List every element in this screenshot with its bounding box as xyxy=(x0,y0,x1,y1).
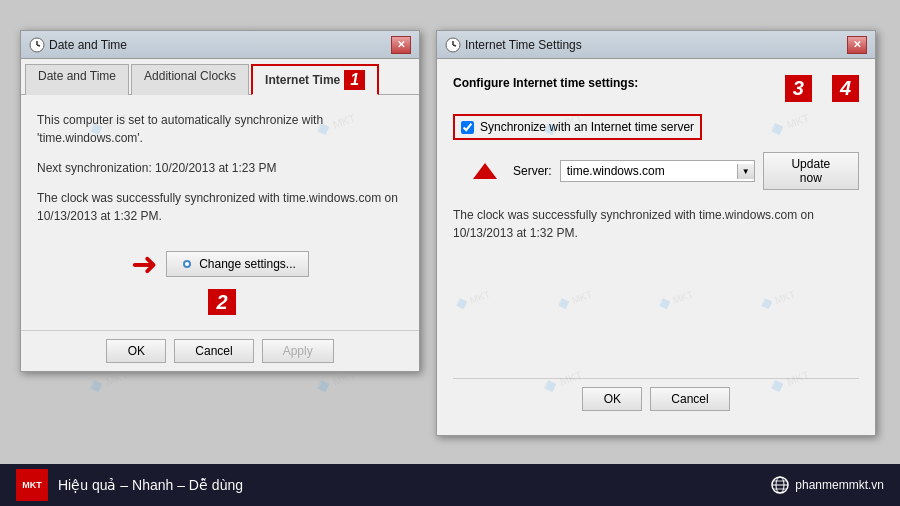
watermark-1: 🔷 MKT xyxy=(88,112,130,138)
watermark-5: 🔷 MKT xyxy=(88,369,130,395)
watermark-7: 🔷 MKT xyxy=(542,369,584,395)
inet-wm-4: 🔷 MKT xyxy=(759,265,858,310)
inet-watermarks: 🔷 MKT 🔷 MKT 🔷 MKT 🔷 MKT xyxy=(453,258,859,318)
inet-wm-1: 🔷 MKT xyxy=(454,265,553,310)
date-time-dialog: Date and Time ✕ Date and Time Additional… xyxy=(20,30,420,372)
watermark-4: 🔷 MKT xyxy=(769,112,811,138)
watermark-area: 🔷 MKT 🔷 MKT 🔷 MKT 🔷 MKT 🔷 MKT 🔷 MKT 🔷 MK… xyxy=(0,0,900,506)
watermark-2: 🔷 MKT xyxy=(315,112,357,138)
date-time-content: This computer is set to automatically sy… xyxy=(21,95,419,330)
watermark-3: 🔷 MKT xyxy=(542,112,584,138)
watermark-8: 🔷 MKT xyxy=(769,369,811,395)
watermark-6: 🔷 MKT xyxy=(315,369,357,395)
inet-wm-2: 🔷 MKT xyxy=(556,265,655,310)
inet-wm-3: 🔷 MKT xyxy=(657,265,756,310)
